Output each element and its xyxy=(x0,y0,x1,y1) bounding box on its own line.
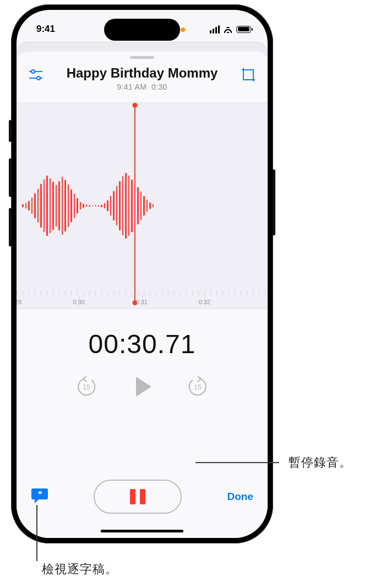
pause-icon xyxy=(140,489,145,504)
timeline-tick: 0:32 xyxy=(199,299,210,305)
waveform xyxy=(17,173,154,239)
recording-subtitle: 9:41 AM 0:30 xyxy=(45,83,239,91)
svg-rect-4 xyxy=(243,70,253,80)
timeline-labels: 0:29 0:30 0:31 0:32 xyxy=(17,295,268,306)
timeline-tick: 0:31 xyxy=(136,299,148,305)
playback-settings-button[interactable] xyxy=(26,65,45,84)
transcript-button[interactable]: ❝ xyxy=(31,487,48,506)
volume-up xyxy=(9,158,12,197)
skip-back-label: 15 xyxy=(83,383,90,391)
mic-indicator-icon xyxy=(181,28,185,32)
skip-back-button[interactable]: 15 xyxy=(75,376,97,398)
pause-record-button[interactable] xyxy=(94,480,182,514)
dynamic-island xyxy=(104,19,180,41)
recording-sheet: Happy Birthday Mommy 9:41 AM 0:30 xyxy=(17,52,268,538)
skip-fwd-label: 15 xyxy=(194,383,202,391)
svg-point-3 xyxy=(37,76,40,80)
elapsed-time: 00:30.71 xyxy=(17,329,268,359)
done-button[interactable]: Done xyxy=(227,491,254,503)
sheet-grabber[interactable] xyxy=(130,56,154,59)
wifi-icon xyxy=(223,25,233,33)
volume-down xyxy=(9,208,12,246)
trim-button[interactable] xyxy=(239,65,258,84)
battery-icon xyxy=(236,26,251,33)
screen: 9:41 xyxy=(17,10,268,538)
skip-forward-button[interactable]: 15 xyxy=(187,376,209,398)
side-button xyxy=(273,169,275,235)
recording-title: Happy Birthday Mommy xyxy=(45,65,239,81)
play-button[interactable] xyxy=(136,377,151,397)
playhead-icon[interactable] xyxy=(134,105,135,303)
cellular-icon xyxy=(210,25,220,34)
waveform-area[interactable]: 0:29 0:30 0:31 0:32 xyxy=(17,102,268,309)
home-indicator[interactable] xyxy=(101,530,183,532)
svg-text:❝: ❝ xyxy=(38,490,42,498)
callout-pause: 暫停錄音。 xyxy=(289,454,352,471)
callout-transcript: 檢視逐字稿。 xyxy=(42,561,118,578)
timeline-tick: 0:29 xyxy=(17,299,21,305)
svg-point-1 xyxy=(31,70,35,73)
pause-icon xyxy=(130,489,135,504)
status-time: 9:41 xyxy=(36,24,55,35)
mute-switch xyxy=(9,120,12,142)
timeline-tick: 0:30 xyxy=(73,299,84,305)
timeline-ruler xyxy=(17,291,268,295)
